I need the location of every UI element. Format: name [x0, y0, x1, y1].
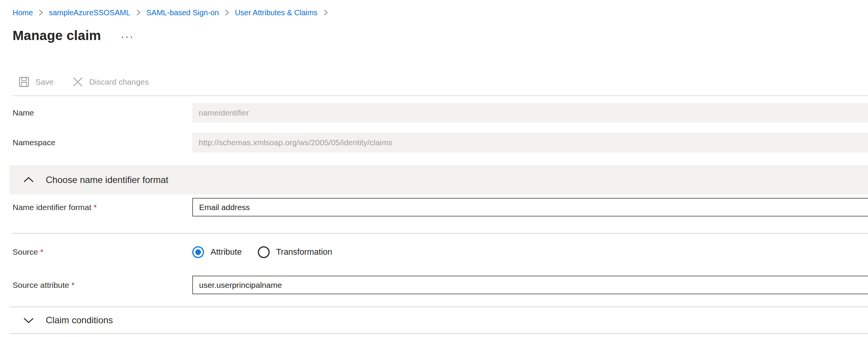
section-claim-conditions[interactable]: Claim conditions: [10, 307, 868, 333]
chevron-down-icon: [22, 316, 35, 324]
namespace-input: http://schemas.xmlsoap.org/ws/2005/05/id…: [192, 133, 868, 152]
name-input: nameidentifier: [192, 103, 868, 123]
chevron-right-icon: [224, 8, 230, 17]
source-radio-group: Attribute Transformation: [192, 246, 332, 258]
discard-changes-button[interactable]: Discard changes: [72, 76, 149, 88]
section-choose-name-identifier-format[interactable]: Choose name identifier format: [10, 165, 868, 194]
save-button[interactable]: Save: [18, 76, 54, 88]
name-row: Name nameidentifier: [0, 103, 868, 123]
label-text: Name identifier format: [13, 203, 92, 212]
required-asterisk: *: [71, 281, 74, 289]
chevron-right-icon: [38, 8, 43, 17]
command-toolbar: Save Discard changes: [0, 73, 868, 91]
breadcrumb-app[interactable]: sampleAzureSSOSAML: [49, 8, 130, 17]
toolbar-divider: [13, 95, 868, 96]
name-identifier-format-row: Name identifier format* Email address: [0, 198, 868, 217]
save-button-label: Save: [35, 77, 54, 87]
divider: [10, 333, 868, 334]
radio-attribute-label: Attribute: [211, 247, 242, 257]
source-attribute-label: Source attribute*: [0, 281, 192, 290]
dismiss-icon: [72, 76, 84, 88]
namespace-row: Namespace http://schemas.xmlsoap.org/ws/…: [0, 133, 868, 152]
breadcrumb-saml-sign-on[interactable]: SAML-based Sign-on: [146, 8, 219, 17]
page-header: Manage claim ···: [0, 27, 868, 44]
breadcrumb-user-attributes-claims[interactable]: User Attributes & Claims: [235, 8, 318, 17]
source-label: Source*: [0, 247, 192, 257]
page-title: Manage claim: [13, 28, 101, 43]
radio-unselected-icon: [258, 246, 270, 258]
breadcrumb-home[interactable]: Home: [13, 8, 33, 17]
source-attribute-row: Source attribute* user.userprincipalname: [0, 276, 868, 294]
chevron-right-icon: [136, 8, 141, 17]
save-icon: [18, 76, 30, 88]
section-title: Choose name identifier format: [46, 175, 169, 185]
more-icon[interactable]: ···: [121, 35, 134, 39]
source-attribute-input[interactable]: user.userprincipalname: [192, 276, 868, 294]
radio-attribute[interactable]: Attribute: [192, 246, 242, 258]
chevron-up-icon: [22, 176, 35, 184]
radio-transformation-label: Transformation: [276, 247, 332, 257]
name-identifier-format-label: Name identifier format*: [0, 203, 192, 212]
label-text: Source attribute: [13, 281, 69, 289]
section-title: Claim conditions: [46, 315, 113, 326]
breadcrumb: Home sampleAzureSSOSAML SAML-based Sign-…: [0, 0, 868, 18]
divider: [13, 233, 868, 234]
required-asterisk: *: [40, 247, 43, 256]
radio-selected-icon: [192, 246, 204, 258]
radio-transformation[interactable]: Transformation: [258, 246, 332, 258]
discard-changes-label: Discard changes: [89, 77, 149, 87]
chevron-right-icon: [323, 8, 328, 17]
name-label: Name: [0, 108, 192, 117]
name-identifier-format-dropdown[interactable]: Email address: [192, 198, 868, 217]
namespace-label: Namespace: [0, 138, 192, 147]
required-asterisk: *: [94, 203, 97, 212]
source-row: Source* Attribute Transformation: [0, 242, 868, 262]
label-text: Source: [13, 247, 38, 256]
